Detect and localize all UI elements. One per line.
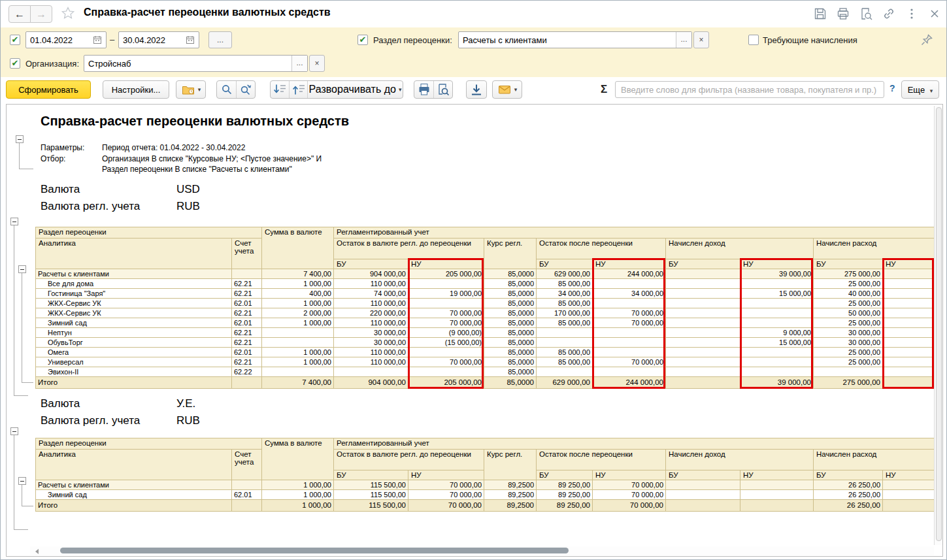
- cell-after-bu[interactable]: 89 250,00: [537, 500, 593, 512]
- cell-analytics[interactable]: ЖКХ-Сервис УК: [36, 308, 232, 318]
- header-bu[interactable]: БУ: [334, 470, 408, 480]
- table-row[interactable]: Итого 7 400,00 904 000,00 205 000,00 85,…: [36, 377, 935, 389]
- header-bu[interactable]: БУ: [666, 470, 740, 480]
- cell-expense-nu[interactable]: [883, 480, 935, 490]
- cell-account[interactable]: 62.21: [232, 279, 262, 289]
- cell-before-bu[interactable]: 904 000,00: [334, 269, 408, 279]
- group-expander[interactable]: [10, 427, 18, 435]
- cell-income-nu[interactable]: [740, 500, 814, 512]
- help-button[interactable]: ?: [889, 83, 895, 93]
- group-expander[interactable]: [18, 265, 26, 273]
- cell-rate[interactable]: 85,0000: [484, 328, 537, 338]
- cell-amount[interactable]: 7 400,00: [262, 269, 334, 279]
- header-section[interactable]: Раздел переоценки: [36, 438, 262, 450]
- table-row[interactable]: Омега 62.01 1 000,00 110 000,00 85,0000 …: [36, 348, 935, 357]
- cell-before-bu[interactable]: 220 000,00: [334, 308, 408, 318]
- header-bu[interactable]: БУ: [537, 259, 593, 269]
- cell-expense-nu[interactable]: [883, 308, 935, 318]
- more-actions-button[interactable]: Еще ▾: [901, 80, 939, 99]
- cell-before-nu[interactable]: 70 000,00: [408, 490, 484, 500]
- cell-amount[interactable]: 1 000,00: [262, 490, 334, 500]
- cell-account[interactable]: [232, 269, 262, 279]
- cell-rate[interactable]: 85,0000: [484, 308, 537, 318]
- cell-income-nu[interactable]: [740, 279, 814, 289]
- cell-rate[interactable]: 89,2500: [484, 500, 537, 512]
- cell-before-bu[interactable]: 110 000,00: [334, 348, 408, 357]
- cell-after-nu[interactable]: 70 000,00: [593, 480, 666, 490]
- cell-after-bu[interactable]: 85 000,00: [537, 348, 593, 357]
- cell-after-bu[interactable]: 89 250,00: [537, 480, 593, 490]
- favorite-star-icon[interactable]: [61, 6, 75, 20]
- header-bu[interactable]: БУ: [814, 259, 883, 269]
- cell-expense-bu[interactable]: 275 000,00: [814, 377, 883, 389]
- cell-account[interactable]: 62.21: [232, 308, 262, 318]
- cell-income-bu[interactable]: [666, 348, 740, 357]
- header-after[interactable]: Остаток после переоценки: [537, 239, 666, 259]
- table-row[interactable]: ОбувьТорг 62.21 30 000,00 (15 000,00) 85…: [36, 338, 935, 348]
- header-nu[interactable]: НУ: [593, 470, 666, 480]
- cell-rate[interactable]: 85,0000: [484, 279, 537, 289]
- horizontal-scroll-thumb[interactable]: [60, 548, 569, 553]
- cell-analytics[interactable]: Эвихон-II: [36, 367, 232, 377]
- report-variants-button[interactable]: ▾: [176, 81, 205, 98]
- header-regulated[interactable]: Регламентированный учет: [334, 227, 935, 239]
- cell-before-nu[interactable]: 70 000,00: [408, 308, 484, 318]
- cell-rate[interactable]: 85,0000: [484, 299, 537, 308]
- cell-expense-nu[interactable]: [883, 377, 935, 389]
- header-nu[interactable]: НУ: [740, 470, 814, 480]
- cell-before-nu[interactable]: 70 000,00: [408, 357, 484, 367]
- header-before[interactable]: Остаток в валюте регл. до переоценки: [334, 239, 484, 259]
- cell-before-nu[interactable]: [408, 348, 484, 357]
- generate-button[interactable]: Сформировать: [6, 80, 91, 99]
- cell-account[interactable]: 62.21: [232, 289, 262, 299]
- expand-to-button[interactable]: Разворачивать до ▾: [307, 81, 403, 98]
- cell-amount[interactable]: 1 000,00: [262, 357, 334, 367]
- cell-rate[interactable]: 85,0000: [484, 269, 537, 279]
- cell-after-bu[interactable]: 85 000,00: [537, 279, 593, 289]
- cell-amount[interactable]: 7 400,00: [262, 377, 334, 389]
- cell-account[interactable]: [232, 377, 262, 389]
- forward-button[interactable]: →: [30, 5, 52, 23]
- cell-analytics[interactable]: Нептун: [36, 328, 232, 338]
- cell-analytics[interactable]: Зимний сад: [36, 318, 232, 328]
- calendar-icon[interactable]: [186, 35, 195, 44]
- cell-before-nu[interactable]: 205 000,00: [408, 377, 484, 389]
- cell-before-nu[interactable]: 19 000,00: [408, 289, 484, 299]
- cell-before-nu[interactable]: 70 000,00: [408, 318, 484, 328]
- header-before[interactable]: Остаток в валюте регл. до переоценки: [334, 450, 484, 470]
- cell-before-bu[interactable]: 110 000,00: [334, 279, 408, 289]
- cell-analytics[interactable]: Омега: [36, 348, 232, 357]
- cell-analytics[interactable]: Все для дома: [36, 279, 232, 289]
- cell-income-nu[interactable]: [740, 357, 814, 367]
- table-row[interactable]: Универсал 62.21 1 000,00 110 000,00 70 0…: [36, 357, 935, 367]
- cell-expense-bu[interactable]: 25 000,00: [814, 357, 883, 367]
- table-row[interactable]: ЖКХ-Сервис УК 62.01 1 000,00 110 000,00 …: [36, 299, 935, 308]
- cell-income-nu[interactable]: [740, 308, 814, 318]
- search-button[interactable]: [217, 81, 236, 98]
- cell-after-nu[interactable]: [593, 348, 666, 357]
- cell-income-nu[interactable]: [740, 299, 814, 308]
- cell-account[interactable]: 62.01: [232, 299, 262, 308]
- header-bu[interactable]: БУ: [666, 259, 740, 269]
- cell-account[interactable]: 62.01: [232, 490, 262, 500]
- table-row[interactable]: Расчеты с клиентами 1 000,00 115 500,00 …: [36, 480, 935, 490]
- cell-before-nu[interactable]: 70 000,00: [408, 500, 484, 512]
- cell-income-bu[interactable]: [666, 480, 740, 490]
- cell-after-bu[interactable]: [537, 367, 593, 377]
- cell-rate[interactable]: 89,2500: [484, 490, 537, 500]
- cell-before-nu[interactable]: (9 000,00): [408, 328, 484, 338]
- cell-before-bu[interactable]: 115 500,00: [334, 490, 408, 500]
- cell-expense-bu[interactable]: 25 000,00: [814, 348, 883, 357]
- horizontal-scrollbar[interactable]: [30, 546, 934, 555]
- cell-rate[interactable]: 85,0000: [484, 367, 537, 377]
- cell-expense-bu[interactable]: 26 250,00: [814, 490, 883, 500]
- cell-analytics[interactable]: ЖКХ-Сервис УК: [36, 299, 232, 308]
- cell-amount[interactable]: 1 000,00: [262, 279, 334, 289]
- print-report-button[interactable]: [414, 81, 433, 98]
- cell-before-bu[interactable]: 74 000,00: [334, 289, 408, 299]
- header-analytics[interactable]: Аналитика: [36, 239, 232, 269]
- cell-analytics[interactable]: ОбувьТорг: [36, 338, 232, 348]
- header-section[interactable]: Раздел переоценки: [36, 227, 262, 239]
- table-row[interactable]: Все для дома 62.21 1 000,00 110 000,00 8…: [36, 279, 935, 289]
- cell-expense-bu[interactable]: 25 000,00: [814, 299, 883, 308]
